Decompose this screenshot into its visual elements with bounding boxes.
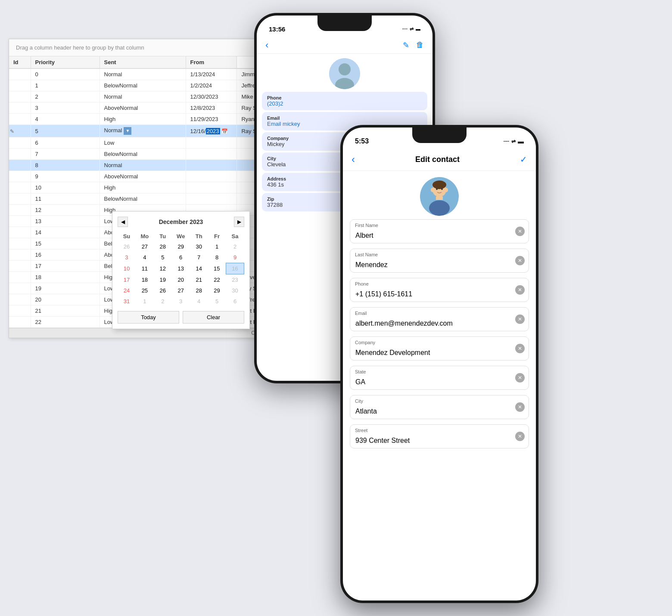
dp-day-cell[interactable]: 12 [154, 263, 172, 274]
dropdown-arrow-icon[interactable]: ▼ [124, 127, 131, 135]
field-clear-btn[interactable]: ✕ [515, 256, 525, 265]
dp-day-cell[interactable]: 1 [208, 241, 226, 252]
dp-day-cell[interactable]: 16 [226, 263, 244, 274]
field-value[interactable]: albert.men@menendezdev.com [355, 320, 511, 327]
field-value[interactable]: Albert [355, 232, 511, 240]
edit-fields-scroll[interactable]: First NameAlbert✕Last NameMenendez✕Phone… [343, 219, 536, 600]
table-row[interactable]: 10High [9, 182, 284, 193]
cell-sent [186, 193, 237, 205]
dp-day-cell[interactable]: 31 [118, 296, 136, 307]
col-header-priority[interactable]: Priority [31, 56, 100, 68]
field-value[interactable]: Menendez Development [355, 349, 511, 357]
datepicker-today-btn[interactable]: Today [118, 311, 179, 324]
field-input-wrapper[interactable]: GA [350, 366, 529, 390]
dp-day-cell[interactable]: 14 [190, 263, 208, 274]
dp-day-cell[interactable]: 13 [172, 263, 190, 274]
dp-day-cell[interactable]: 21 [190, 274, 208, 286]
field-value[interactable]: 939 Center Street [355, 437, 511, 445]
table-row[interactable]: 7BelowNormal [9, 149, 284, 160]
dp-day-cell[interactable]: 19 [154, 274, 172, 286]
dp-day-cell[interactable]: 11 [136, 263, 154, 274]
field-value[interactable]: +1 (151) 615-1611 [355, 290, 511, 298]
dp-day-cell[interactable]: 5 [154, 252, 172, 263]
dp-day-cell[interactable]: 18 [136, 274, 154, 286]
field-input-wrapper[interactable]: +1 (151) 615-1611 [350, 278, 529, 302]
field-value[interactable]: GA [355, 378, 511, 386]
field-clear-btn[interactable]: ✕ [515, 402, 525, 412]
dp-day-cell[interactable]: 30 [190, 241, 208, 252]
dp-day-cell[interactable]: 8 [208, 252, 226, 263]
datepicker-clear-btn[interactable]: Clear [183, 311, 244, 324]
cell-priority: BelowNormal [100, 193, 186, 205]
dp-day-cell[interactable]: 30 [226, 285, 244, 296]
edit-contact-done-btn[interactable]: ✓ [520, 154, 527, 165]
table-row[interactable]: 6Low [9, 137, 284, 149]
table-row[interactable]: ✎5Normal▼12/16/2023 📅Ray Shipman [9, 125, 284, 137]
table-row[interactable]: 1BelowNormal1/2/2024Jeffrey W Mc [9, 80, 284, 91]
edit-contact-avatar[interactable] [420, 177, 459, 216]
col-header-id[interactable]: Id [9, 56, 31, 68]
dp-day-cell[interactable]: 9 [226, 252, 244, 263]
field-input-wrapper[interactable]: albert.men@menendezdev.com [350, 307, 529, 331]
dp-day-cell[interactable]: 4 [190, 296, 208, 307]
dp-day-cell[interactable]: 7 [190, 252, 208, 263]
dp-day-cell[interactable]: 26 [154, 285, 172, 296]
dp-day-cell[interactable]: 28 [190, 285, 208, 296]
dp-day-cell[interactable]: 29 [208, 285, 226, 296]
dp-day-cell[interactable]: 6 [172, 252, 190, 263]
field-clear-btn[interactable]: ✕ [515, 344, 525, 353]
table-row[interactable]: 9AboveNormal [9, 171, 284, 182]
col-header-sent[interactable]: Sent [100, 56, 186, 68]
table-row[interactable]: 2Normal12/30/2023Mike Roller [9, 91, 284, 103]
field-clear-btn[interactable]: ✕ [515, 314, 525, 324]
field-clear-btn[interactable]: ✕ [515, 285, 525, 295]
dp-day-cell[interactable]: 22 [208, 274, 226, 286]
dp-day-cell[interactable]: 3 [118, 252, 136, 263]
dp-day-cell[interactable]: 27 [136, 241, 154, 252]
dp-day-cell[interactable]: 4 [136, 252, 154, 263]
dp-day-cell[interactable]: 25 [136, 285, 154, 296]
dp-day-cell[interactable]: 24 [118, 285, 136, 296]
table-row[interactable]: 3AboveNormal12/8/2023Ray Shipman [9, 103, 284, 114]
field-value[interactable]: Atlanta [355, 408, 511, 415]
datepicker-next-btn[interactable]: ▶ [234, 217, 244, 227]
field-label: Email [355, 311, 367, 316]
dp-day-cell[interactable]: 3 [172, 296, 190, 307]
table-row[interactable]: 4High11/29/2023Ryan Fischer [9, 114, 284, 125]
table-row[interactable]: 8Normal [9, 160, 284, 171]
cell-sent: 12/30/2023 [186, 91, 237, 103]
field-clear-btn[interactable]: ✕ [515, 432, 525, 441]
field-input-wrapper[interactable]: Atlanta [350, 395, 529, 419]
field-input-wrapper[interactable]: Menendez Development [350, 336, 529, 361]
dp-day-cell[interactable]: 23 [226, 274, 244, 286]
phone1-phone-value[interactable]: (203)2 [267, 100, 422, 107]
dp-day-cell[interactable]: 10 [118, 263, 136, 274]
dp-day-cell[interactable]: 27 [172, 285, 190, 296]
dp-day-cell[interactable]: 1 [136, 296, 154, 307]
phone1-back-btn[interactable]: ‹ [265, 40, 268, 51]
col-header-from[interactable]: From [186, 56, 237, 68]
dp-day-cell[interactable]: 28 [154, 241, 172, 252]
dp-day-cell[interactable]: 20 [172, 274, 190, 286]
dp-day-cell[interactable]: 29 [172, 241, 190, 252]
dp-day-cell[interactable]: 2 [226, 241, 244, 252]
dp-day-cell[interactable]: 15 [208, 263, 226, 274]
field-clear-btn[interactable]: ✕ [515, 227, 525, 236]
dp-day-cell[interactable]: 6 [226, 296, 244, 307]
cell-priority: Normal [100, 68, 186, 80]
row-edit-icon[interactable]: ✎ [10, 128, 14, 134]
field-value[interactable]: Menendez [355, 261, 511, 269]
phone1-delete-icon[interactable]: 🗑 [416, 40, 424, 50]
field-input-wrapper[interactable]: 939 Center Street [350, 424, 529, 448]
datepicker-prev-btn[interactable]: ◀ [118, 217, 128, 227]
dp-day-cell[interactable]: 2 [154, 296, 172, 307]
dp-day-cell[interactable]: 5 [208, 296, 226, 307]
dp-day-cell[interactable]: 17 [118, 274, 136, 286]
calendar-icon[interactable]: 📅 [220, 128, 228, 134]
phone1-edit-icon[interactable]: ✎ [403, 40, 409, 50]
table-row[interactable]: 11BelowNormal [9, 193, 284, 205]
dp-day-cell[interactable]: 26 [118, 241, 136, 252]
edit-contact-back-btn[interactable]: ‹ [352, 153, 355, 165]
field-clear-btn[interactable]: ✕ [515, 373, 525, 383]
table-row[interactable]: 0Normal1/13/2024Jimmy Lewis [9, 68, 284, 80]
